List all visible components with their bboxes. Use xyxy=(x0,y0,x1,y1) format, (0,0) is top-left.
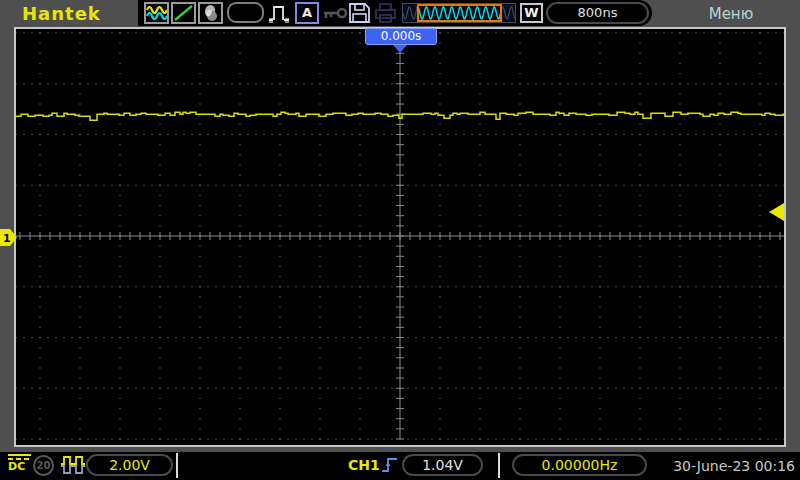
empty-status-slot xyxy=(227,2,264,23)
frequency-counter-readout: 0.00000Hz xyxy=(512,454,647,476)
top-status-bar: Hantek A xyxy=(0,0,800,28)
ch1-scale-readout: 2.00V xyxy=(86,454,173,476)
brand-logo: Hantek xyxy=(22,3,101,24)
square-wave-icon xyxy=(60,455,86,475)
zoom-window-marker[interactable] xyxy=(417,4,502,22)
pulse-trigger-icon xyxy=(267,2,293,24)
graticule-frame xyxy=(14,27,786,447)
trigger-level-readout: 1.04V xyxy=(402,454,483,476)
trigger-position-pointer-icon xyxy=(393,45,407,53)
graticule-and-trace xyxy=(16,29,784,445)
bandwidth-limit-badge: 20 xyxy=(33,455,54,476)
waveform-preview-strip xyxy=(402,3,516,23)
datetime-label: 30-June-23 00:16 xyxy=(673,458,795,474)
ramp-line-icon xyxy=(171,2,196,24)
w-acquire-badge: W xyxy=(520,3,543,23)
auto-trigger-mode-badge: A xyxy=(295,2,319,24)
divider xyxy=(176,453,178,478)
smudge-status-icon xyxy=(198,2,223,24)
rising-edge-icon xyxy=(381,455,399,475)
printer-icon xyxy=(374,2,397,24)
dc-coupling-label: DC xyxy=(8,461,31,473)
channel-waves-icon xyxy=(144,2,169,24)
oscilloscope-screen: { "brand": "Hantek", "top_bar": { "menu_… xyxy=(0,0,800,480)
menu-button[interactable]: Меню xyxy=(696,5,766,23)
trigger-level-marker[interactable] xyxy=(767,202,785,222)
key-lock-icon xyxy=(322,4,348,22)
channel1-ground-marker[interactable]: 1 xyxy=(0,229,18,246)
dc-coupling-icon: DC xyxy=(8,454,31,473)
divider xyxy=(498,453,500,478)
channel1-marker-label: 1 xyxy=(3,232,11,245)
trigger-source-label: CH1 xyxy=(348,457,380,473)
timebase-readout: 800ns xyxy=(546,2,649,24)
trigger-position-balloon[interactable]: 0.000s xyxy=(365,28,437,45)
save-floppy-icon xyxy=(348,2,371,24)
bottom-status-bar: DC 20 2.00V CH1 1.04V 0.00000Hz 30-June-… xyxy=(0,452,800,480)
